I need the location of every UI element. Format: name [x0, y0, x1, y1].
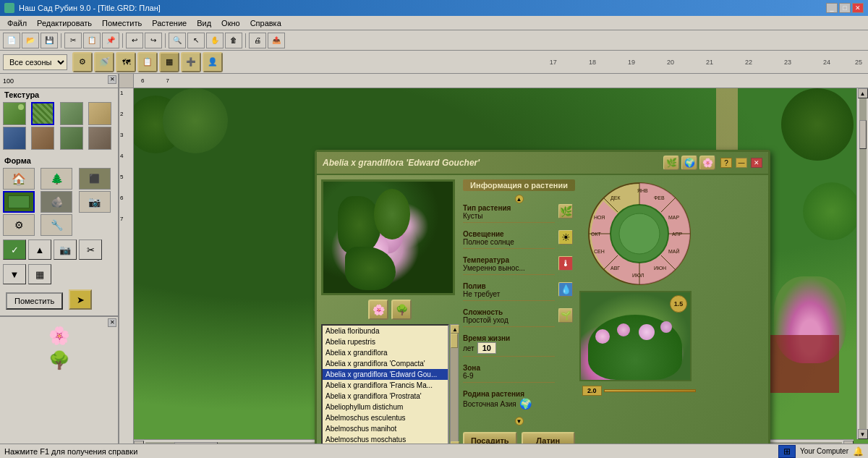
texture-item-7[interactable]: [60, 127, 83, 150]
texture-item-1[interactable]: [3, 102, 26, 125]
new-btn[interactable]: 📄: [3, 33, 20, 48]
close-btn[interactable]: ✕: [852, 3, 864, 13]
texture-item-3[interactable]: [60, 102, 83, 125]
maximize-btn[interactable]: □: [839, 3, 851, 13]
scroll-up-btn[interactable]: ▲: [858, 88, 868, 98]
redo-btn[interactable]: ↪: [145, 33, 162, 48]
dialog-left-column: 🌸 🌳 Abelia floribunda Abelia rupestris A…: [321, 179, 459, 451]
plant-list-item-9[interactable]: Abelmoschus manihot: [323, 423, 448, 434]
plant-deco-flower[interactable]: 🌸: [368, 300, 388, 320]
menu-help[interactable]: Справка: [246, 17, 286, 29]
tool-grid[interactable]: ▦: [28, 264, 51, 284]
tb2-list[interactable]: 📋: [137, 52, 158, 72]
tool-up[interactable]: ▲: [28, 239, 51, 260]
menu-plant[interactable]: Растение: [148, 17, 191, 29]
menu-edit[interactable]: Редактировать: [33, 17, 96, 29]
zoom-btn[interactable]: 🔍: [169, 33, 186, 48]
save-btn[interactable]: 💾: [41, 33, 58, 48]
water-label: Полив: [463, 282, 555, 290]
ruler-num-9: 25: [855, 59, 862, 66]
map-area[interactable]: 1 2 3 4 5 6 7 6 7 ◄ ►: [119, 74, 868, 451]
tb2-settings[interactable]: ⚙: [72, 52, 93, 72]
scroll-down-btn[interactable]: ▼: [858, 429, 868, 439]
shape-item-6[interactable]: 📷: [79, 191, 111, 213]
tb2-health[interactable]: ➕: [181, 52, 201, 72]
texture-item-2[interactable]: [31, 102, 54, 125]
shape-item-3[interactable]: ⬛: [79, 168, 111, 190]
menu-view[interactable]: Вид: [192, 17, 216, 29]
dialog-icon-settings[interactable]: 🌸: [699, 156, 715, 170]
info-row-origin: Родина растения Восточная Азия 🌍: [463, 390, 555, 410]
move-btn[interactable]: ✋: [206, 33, 224, 48]
list-scrollbar[interactable]: ▲ ▼: [450, 324, 459, 451]
copy-btn[interactable]: 📋: [83, 33, 101, 48]
shape-item-7[interactable]: ⚙: [3, 214, 35, 236]
tool-scissors[interactable]: ✂: [79, 239, 102, 260]
tb2-person[interactable]: 👤: [203, 52, 223, 72]
ruler-spacer: [558, 59, 587, 66]
dialog-min-btn[interactable]: —: [736, 158, 747, 168]
plant-list-item-3[interactable]: Abelia x grandiflora 'Compacta': [323, 358, 448, 369]
dialog-icon-watering[interactable]: 🌿: [663, 156, 679, 170]
list-scroll-up[interactable]: ▲: [451, 325, 459, 334]
tool-down[interactable]: ▼: [3, 264, 26, 284]
notification-icon[interactable]: 🔔: [853, 446, 864, 457]
dialog-title: Abelia x grandiflora 'Edward Goucher': [323, 158, 480, 168]
tb2-water[interactable]: 🚿: [94, 52, 114, 72]
plant-list-item-2[interactable]: Abelia x grandiflora: [323, 347, 448, 358]
undo-btn[interactable]: ↩: [126, 33, 143, 48]
info-scroll-down[interactable]: ▼: [515, 417, 524, 425]
select-btn[interactable]: ↖: [187, 33, 205, 48]
shape-item-1[interactable]: 🏠: [3, 168, 35, 190]
panel2-close-btn[interactable]: ✕: [108, 318, 116, 327]
plant-list-item-4[interactable]: Abelia x grandiflora 'Edward Gou...: [323, 369, 448, 380]
minimize-btn[interactable]: _: [826, 3, 838, 13]
print-btn[interactable]: 🖨: [249, 33, 266, 48]
menu-place[interactable]: Поместить: [98, 17, 146, 29]
plant-list-item-6[interactable]: Abelia x grandiflora 'Prostrata': [323, 391, 448, 402]
menu-window[interactable]: Окно: [217, 17, 244, 29]
dialog-close-btn[interactable]: ✕: [751, 158, 762, 168]
texture-item-4[interactable]: [88, 102, 111, 125]
plant-list[interactable]: Abelia floribunda Abelia rupestris Abeli…: [321, 324, 449, 451]
plant-list-item-5[interactable]: Abelia x grandiflora 'Francis Ma...: [323, 380, 448, 391]
plant-list-item-0[interactable]: Abelia floribunda: [323, 326, 448, 336]
plant-list-item-8[interactable]: Abelmoschus esculentus: [323, 412, 448, 423]
dialog-question-btn[interactable]: ?: [720, 158, 732, 168]
texture-item-6[interactable]: [31, 127, 54, 150]
tb2-grid[interactable]: ▦: [159, 52, 179, 72]
export-btn[interactable]: 📤: [268, 33, 285, 48]
panel-close-btn[interactable]: ✕: [108, 75, 116, 84]
shape-item-2[interactable]: 🌲: [41, 168, 72, 190]
plant-deco-tree[interactable]: 🌳: [391, 300, 412, 320]
ruler-num-1: 17: [550, 59, 557, 66]
tool-check[interactable]: ✓: [3, 239, 26, 260]
menu-bar: Файл Редактировать Поместить Растение Ви…: [0, 16, 868, 30]
place-arrow[interactable]: ➤: [69, 289, 92, 310]
open-btn[interactable]: 📂: [22, 33, 39, 48]
place-button[interactable]: Поместить: [6, 292, 63, 310]
v-scrollbar-map[interactable]: ▲ ▼: [856, 88, 868, 439]
v-scroll-thumb[interactable]: [859, 120, 867, 149]
list-scroll-thumb[interactable]: [451, 334, 458, 348]
tb2-map[interactable]: 🗺: [116, 52, 136, 72]
delete-btn[interactable]: 🗑: [225, 33, 242, 48]
left-panel: ✕ 100 Текстура Форма 🏠: [0, 74, 119, 451]
paste-btn[interactable]: 📌: [102, 33, 119, 48]
plant-list-item-7[interactable]: Abeliophyllum distichum: [323, 402, 448, 412]
plant-list-item-1[interactable]: Abelia rupestris: [323, 336, 448, 347]
season-select[interactable]: Все сезоны: [3, 54, 67, 70]
info-scroll-up[interactable]: ▲: [515, 195, 524, 203]
menu-file[interactable]: Файл: [3, 17, 31, 29]
texture-label: Текстура: [0, 88, 118, 101]
texture-item-8[interactable]: [88, 127, 111, 150]
texture-item-5[interactable]: [3, 127, 26, 150]
shape-item-5[interactable]: 🪨: [41, 191, 72, 213]
cut-btn[interactable]: ✂: [64, 33, 82, 48]
tool-camera[interactable]: 📷: [54, 239, 77, 260]
shape-item-8[interactable]: 🔧: [41, 214, 72, 236]
shape-item-4[interactable]: [3, 191, 35, 213]
ruler-num-6: 22: [745, 59, 752, 66]
dialog-icon-info[interactable]: 🌍: [681, 156, 697, 170]
windows-btn[interactable]: ⊞: [778, 445, 796, 458]
